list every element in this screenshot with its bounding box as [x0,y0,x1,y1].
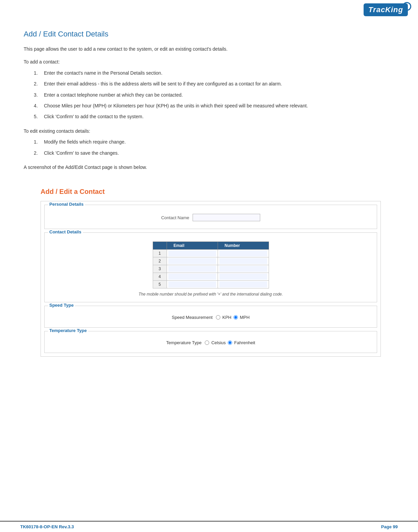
temperature-type-section: Temperature Type Temperature Type Celsiu… [44,331,377,353]
footer-left: TK60178-8-OP-EN Rev.3.3 [20,524,74,529]
contact-details-section: Contact Details Email Number [44,232,377,302]
table-row: 3 [153,265,269,273]
number-input-2[interactable] [219,258,267,264]
number-input-3[interactable] [219,266,267,272]
number-cell-5 [218,281,269,288]
fahrenheit-label: Fahrenheit [234,340,255,345]
footer-right: Page 99 [381,524,398,529]
temperature-row: Temperature Type Celsius Fahrenheit [48,335,373,347]
row-num-1: 1 [153,250,167,257]
contact-name-row: Contact Name [48,208,373,223]
email-cell-1 [167,250,218,257]
email-cell-5 [167,281,218,288]
email-input-4[interactable] [168,274,216,280]
table-row: 1 [153,250,269,257]
logo-text: TracKing [368,5,403,14]
contact-table-wrapper: Email Number 1 [48,242,373,288]
table-row: 2 [153,257,269,265]
email-cell-2 [167,257,218,265]
edit-section-label: To edit existing contacts details: [24,127,398,135]
screenshot-container: Add / Edit a Contact Personal Details Co… [24,181,398,363]
number-input-4[interactable] [219,274,267,280]
email-input-2[interactable] [168,258,216,264]
speed-mph-radio[interactable] [233,315,238,320]
fahrenheit-radio[interactable] [228,340,232,345]
add-section-label: To add a contact: [24,58,398,66]
contact-table: Email Number 1 [153,242,269,288]
email-input-3[interactable] [168,266,216,272]
logo: TracKing [364,3,408,16]
page-footer: TK60178-8-OP-EN Rev.3.3 Page 99 [0,521,418,532]
page-title: Add / Edit Contact Details [20,30,398,39]
number-cell-1 [218,250,269,257]
temperature-type-legend: Temperature Type [48,328,88,333]
number-cell-4 [218,273,269,281]
celsius-radio[interactable] [205,340,209,345]
number-input-1[interactable] [219,250,267,256]
form-wrapper: Personal Details Contact Name Contact De… [41,201,381,357]
email-input-1[interactable] [168,250,216,256]
personal-details-legend: Personal Details [48,202,85,207]
temperature-radio-group: Celsius Fahrenheit [205,340,255,345]
number-input-5[interactable] [219,281,267,287]
email-cell-3 [167,265,218,273]
table-header-row: Email Number [153,242,269,250]
page-header: TracKing [0,0,418,16]
temperature-label: Temperature Type [166,340,202,345]
speed-type-section: Speed Type Speed Measurement KPH MPH [44,306,377,328]
intro-paragraph: This page allows the user to add a new c… [24,45,398,53]
email-input-5[interactable] [168,281,216,287]
row-num-5: 5 [153,281,167,288]
list-item: 2.Enter their email address - this is th… [34,80,398,87]
add-steps-list: 1.Enter the contact's name in the Person… [34,69,398,121]
personal-details-section: Personal Details Contact Name [44,205,377,229]
row-num-4: 4 [153,273,167,281]
speed-measurement-label: Speed Measurement [172,315,213,320]
celsius-label: Celsius [211,340,226,345]
mobile-note: The mobile number should be prefixed wit… [48,292,373,297]
list-item: 2.Click 'Confirm' to save the changes. [34,149,398,157]
page-wrapper: Add / Edit Contact Details This page all… [0,16,418,397]
col-row-num [153,242,167,250]
list-item: 1.Enter the contact's name in the Person… [34,69,398,77]
contact-name-label: Contact Name [161,215,189,220]
list-item: 5.Click 'Confirm' to add the contact to … [34,113,398,120]
speed-kph-radio[interactable] [216,315,220,320]
content-area: This page allows the user to add a new c… [20,45,398,363]
speed-row: Speed Measurement KPH MPH [48,309,373,322]
table-row: 5 [153,281,269,288]
contact-details-legend: Contact Details [48,229,83,234]
screenshot-label: A screenshot of the Add/Edit Contact pag… [24,163,398,171]
speed-radio-group: KPH MPH [216,315,250,320]
list-item: 4.Choose Miles per hour (MPH) or Kilomet… [34,102,398,109]
speed-type-legend: Speed Type [48,303,75,308]
email-cell-4 [167,273,218,281]
col-number-header: Number [218,242,269,250]
table-row: 4 [153,273,269,281]
number-cell-2 [218,257,269,265]
list-item: 3.Enter a contact telephone number at wh… [34,91,398,99]
list-item: 1.Modify the fields which require change… [34,138,398,146]
number-cell-3 [218,265,269,273]
row-num-2: 2 [153,257,167,265]
col-email-header: Email [167,242,218,250]
kph-label: KPH [222,315,231,320]
form-title: Add / Edit a Contact [34,188,388,196]
row-num-3: 3 [153,265,167,273]
contact-name-input[interactable] [193,214,260,221]
edit-steps-list: 1.Modify the fields which require change… [34,138,398,157]
mph-label: MPH [240,315,250,320]
